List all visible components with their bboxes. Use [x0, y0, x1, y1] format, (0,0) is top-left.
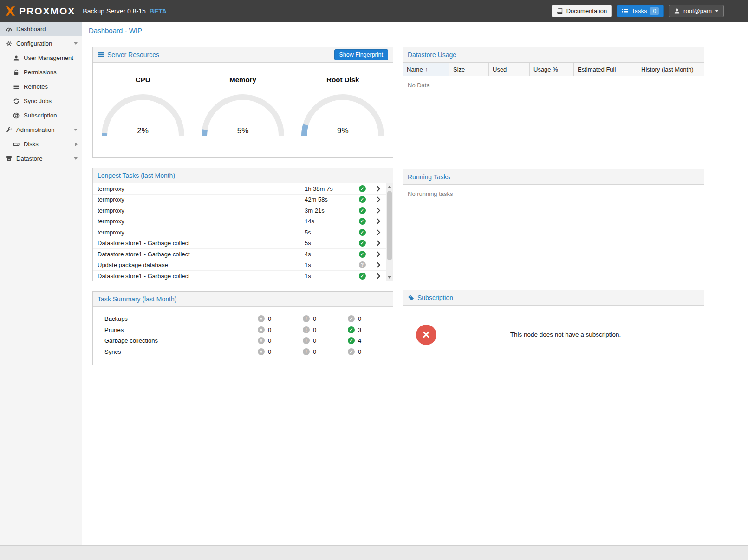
open-task-icon[interactable]: [371, 262, 386, 268]
task-status: ✓: [353, 196, 371, 203]
task-summary-label: Syncs: [104, 348, 258, 355]
refresh-icon: [13, 98, 20, 104]
task-row[interactable]: termproxy1h 38m 7s✓: [93, 183, 386, 195]
open-task-icon[interactable]: [371, 229, 386, 235]
task-summary-label: Garbage collections: [104, 337, 258, 344]
task-status: ✓: [353, 218, 371, 225]
task-summary-row: Garbage collections×0!0✓4: [104, 335, 393, 346]
task-summary-cell: !0: [303, 315, 348, 322]
server-resources-body: CPU 2% Memory: [93, 63, 393, 157]
hdd-icon: [13, 141, 20, 148]
server-resources-icon: [98, 52, 104, 58]
open-task-icon[interactable]: [371, 186, 386, 192]
scroll-down-icon[interactable]: [386, 274, 393, 281]
chevron-down-icon: [74, 157, 78, 160]
sidebar-label: Datastore: [16, 155, 42, 162]
task-summary-cell: !0: [303, 326, 348, 333]
scroll-up-icon[interactable]: [386, 183, 393, 190]
chevron-right-icon: [75, 143, 78, 146]
task-row[interactable]: Update package database1s?: [93, 260, 386, 271]
task-row[interactable]: Datastore store1 - Garbage collect4s✓: [93, 249, 386, 260]
sidebar-item-configuration[interactable]: Configuration: [0, 36, 82, 51]
task-duration: 3m 21s: [305, 207, 353, 214]
sidebar-label: Sync Jobs: [24, 98, 52, 104]
proxmox-x-icon: [5, 6, 16, 16]
open-task-icon[interactable]: [371, 251, 386, 257]
count-value: 0: [358, 348, 361, 355]
open-task-icon[interactable]: [371, 196, 386, 202]
task-duration: 14s: [305, 218, 353, 225]
user-icon: [13, 55, 20, 61]
error-circle-icon: ×: [258, 348, 265, 355]
sidebar-item-disks[interactable]: Disks: [0, 137, 82, 151]
task-list-icon: [622, 8, 628, 14]
main-area: Dashboard - WIP Server Resources Show Fi…: [82, 22, 748, 545]
column-header-usage-[interactable]: Usage %: [530, 63, 574, 76]
status-ok-icon: ✓: [359, 229, 366, 236]
open-task-icon[interactable]: [371, 273, 386, 279]
sidebar-item-user-management[interactable]: User Management: [0, 51, 82, 65]
chevron-down-icon: [715, 10, 719, 12]
task-summary-body: Backups×0!0✓0Prunes×0!0✓3Garbage collect…: [93, 307, 393, 365]
column-header-name[interactable]: Name↑: [403, 63, 449, 76]
task-summary-cell: ✓0: [348, 348, 393, 355]
warning-circle-icon: !: [303, 337, 310, 344]
user-menu-button[interactable]: root@pam: [669, 5, 724, 17]
task-row[interactable]: termproxy3m 21s✓: [93, 205, 386, 216]
sidebar-label: Remotes: [24, 83, 48, 90]
task-duration: 1h 38m 7s: [305, 185, 353, 192]
show-fingerprint-button[interactable]: Show Fingerprint: [334, 49, 389, 60]
sidebar-item-remotes[interactable]: Remotes: [0, 79, 82, 94]
column-header-used[interactable]: Used: [489, 63, 530, 76]
list-icon: [13, 84, 20, 90]
error-circle-icon: ×: [258, 326, 265, 333]
column-header-size[interactable]: Size: [449, 63, 489, 76]
longest-tasks-body: termproxy1h 38m 7s✓termproxy42m 58s✓term…: [93, 183, 393, 281]
task-row[interactable]: Datastore store1 - Garbage collect1s✓: [93, 271, 386, 281]
documentation-button[interactable]: Documentation: [552, 5, 612, 17]
task-row[interactable]: termproxy42m 58s✓: [93, 195, 386, 206]
open-task-icon[interactable]: [371, 240, 386, 246]
tasks-button[interactable]: Tasks 0: [617, 5, 664, 17]
task-status: ✓: [353, 207, 371, 214]
server-resources-panel: Server Resources Show Fingerprint CPU: [92, 47, 393, 158]
user-icon: [674, 8, 680, 14]
column-header-estimated-full[interactable]: Estimated Full: [574, 63, 637, 76]
scrollbar[interactable]: [386, 183, 393, 281]
task-row[interactable]: termproxy14s✓: [93, 216, 386, 228]
task-duration: 5s: [305, 229, 353, 236]
sidebar-item-dashboard[interactable]: Dashboard: [0, 22, 82, 36]
task-summary-header: Task Summary (last Month): [93, 292, 393, 307]
open-task-icon[interactable]: [371, 218, 386, 224]
gauge-cpu: CPU 2%: [93, 76, 193, 157]
sidebar-item-administration[interactable]: Administration: [0, 123, 82, 137]
open-task-icon[interactable]: [371, 208, 386, 214]
task-name: Datastore store1 - Garbage collect: [98, 273, 305, 280]
count-value: 0: [268, 337, 271, 344]
task-name: termproxy: [98, 185, 305, 192]
archive-icon: [6, 156, 12, 162]
sidebar-item-permissions[interactable]: Permissions: [0, 65, 82, 79]
sidebar-item-sync-jobs[interactable]: Sync Jobs: [0, 94, 82, 108]
gauge-value: 2%: [101, 126, 185, 136]
gauge-value: 9%: [301, 126, 384, 136]
warning-circle-icon: !: [303, 315, 310, 322]
sidebar-item-datastore[interactable]: Datastore: [0, 151, 82, 166]
ok-circle-icon: ✓: [348, 337, 355, 344]
task-name: termproxy: [98, 218, 305, 225]
tasks-count-badge: 0: [650, 7, 659, 15]
task-row[interactable]: termproxy5s✓: [93, 227, 386, 238]
column-label: Name: [407, 66, 423, 73]
task-summary-cell: !0: [303, 337, 348, 344]
task-summary-cell: !0: [303, 348, 348, 355]
dashboard-content: Server Resources Show Fingerprint CPU: [82, 39, 748, 365]
column-header-history-last-month-[interactable]: History (last Month): [637, 63, 704, 76]
sidebar-item-subscription[interactable]: Subscription: [0, 108, 82, 123]
task-row[interactable]: Datastore store1 - Garbage collect5s✓: [93, 238, 386, 249]
scrollbar-thumb[interactable]: [387, 191, 392, 260]
task-summary-row: Backups×0!0✓0: [104, 313, 393, 325]
beta-link[interactable]: BETA: [150, 7, 167, 15]
status-ok-icon: ✓: [359, 240, 366, 247]
bottom-scrollbar[interactable]: [0, 545, 748, 560]
datastore-usage-columns: Name↑SizeUsedUsage %Estimated FullHistor…: [403, 63, 704, 76]
